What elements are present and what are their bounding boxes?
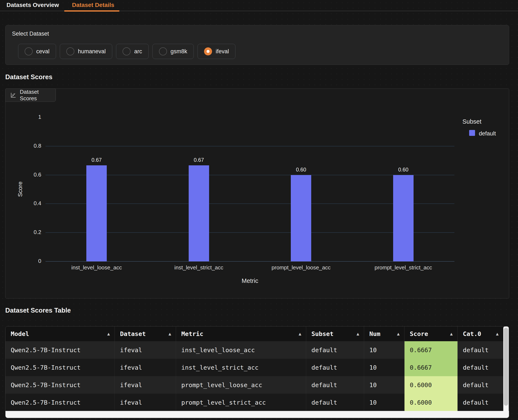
select-dataset-label: Select Dataset [12, 30, 49, 37]
dataset-radio-label: ifeval [216, 48, 229, 55]
cell-text: Qwen2.5-7B-Instruct [6, 376, 115, 394]
y-tick-label: 0.8 [16, 142, 41, 149]
cell-text: default [306, 376, 364, 394]
bar-value-label: 0.60 [382, 167, 424, 173]
cell-score: 0.6000 [405, 394, 458, 411]
dataset-radio-arc[interactable]: arc [116, 44, 149, 59]
cell-text: prompt_level_strict_acc [176, 394, 306, 411]
radio-selected-icon [204, 47, 212, 55]
column-header-label: Metric [181, 330, 203, 338]
table-header-row: Model▲Dataset▲Metric▲Subset▲Num▲Score▲Ca… [6, 326, 503, 341]
cell-score: 0.6667 [405, 341, 458, 359]
cell-text: default [458, 341, 503, 359]
dataset-scores-heading: Dataset Scores [5, 73, 52, 81]
sort-asc-icon[interactable]: ▲ [169, 331, 171, 336]
sort-asc-icon[interactable]: ▲ [299, 331, 301, 336]
cell-text: default [458, 394, 503, 411]
legend-swatch-default[interactable] [469, 130, 475, 136]
sort-asc-icon[interactable]: ▲ [496, 331, 499, 336]
dataset-scores-chart-panel: Dataset Scores 00.20.40.60.81Score0.67in… [5, 89, 509, 299]
top-tab-bar: Datasets Overview Dataset Details [0, 0, 518, 11]
y-tick-label: 1 [16, 114, 41, 120]
vertical-scrollbar[interactable] [503, 326, 509, 411]
bar-value-label: 0.67 [178, 157, 220, 163]
x-tick-label: inst_level_strict_acc [146, 264, 252, 271]
active-tab-underline [64, 10, 119, 12]
y-tick-label: 0.6 [16, 172, 41, 178]
dataset-radio-gsm8k[interactable]: gsm8k [152, 44, 194, 59]
column-header-label: Score [410, 330, 428, 338]
sort-asc-icon[interactable]: ▲ [397, 331, 400, 336]
chart-tab-label: Dataset Scores [20, 89, 56, 102]
tab-dataset-details[interactable]: Dataset Details [72, 2, 114, 8]
column-header-label: Num [369, 330, 380, 338]
chart-tab-dataset-scores[interactable]: Dataset Scores [5, 89, 56, 102]
dataset-details-page: Datasets Overview Dataset Details Select… [0, 0, 518, 420]
column-header-label: Cat.0 [463, 330, 481, 338]
cell-text: default [306, 341, 364, 359]
horizontal-scrollbar[interactable] [6, 411, 509, 418]
y-tick-label: 0.2 [16, 229, 41, 235]
radio-unselected-icon [159, 47, 167, 55]
column-header-score[interactable]: Score▲ [405, 326, 458, 341]
sort-asc-icon[interactable]: ▲ [450, 331, 453, 336]
vertical-scrollbar-thumb[interactable] [504, 328, 508, 406]
radio-unselected-icon [66, 47, 74, 55]
dataset-scores-table: Model▲Dataset▲Metric▲Subset▲Num▲Score▲Ca… [5, 326, 509, 418]
cell-text: Qwen2.5-7B-Instruct [6, 341, 115, 359]
gridline [45, 146, 454, 146]
dataset-radio-humaneval[interactable]: humaneval [60, 44, 112, 59]
column-header-label: Subset [311, 330, 333, 338]
cell-text: prompt_level_loose_acc [176, 376, 306, 394]
cell-text: ifeval [115, 341, 176, 359]
dataset-radio-ceval[interactable]: ceval [18, 44, 56, 59]
column-header-label: Model [11, 330, 29, 338]
column-header-metric[interactable]: Metric▲ [176, 326, 306, 341]
dataset-radio-ifeval[interactable]: ifeval [198, 44, 235, 59]
table-row: Qwen2.5-7B-Instructifevalprompt_level_lo… [6, 376, 503, 394]
cell-text: Qwen2.5-7B-Instruct [6, 394, 115, 411]
scatter-chart-icon [10, 92, 16, 98]
cell-text: ifeval [115, 359, 176, 376]
bar-inst_level_strict_acc [189, 165, 209, 261]
bar-value-label: 0.60 [280, 167, 322, 173]
column-header-subset[interactable]: Subset▲ [306, 326, 364, 341]
radio-unselected-icon [123, 47, 131, 55]
dataset-scores-table-heading: Dataset Scores Table [5, 307, 71, 314]
cell-text: default [306, 394, 364, 411]
x-tick-label: prompt_level_loose_acc [248, 264, 354, 271]
dataset-radio-label: arc [134, 48, 142, 55]
cell-text: inst_level_strict_acc [176, 359, 306, 376]
sort-asc-icon[interactable]: ▲ [107, 331, 110, 336]
sort-asc-icon[interactable]: ▲ [356, 331, 359, 336]
dataset-radio-label: ceval [36, 48, 50, 55]
select-dataset-panel: Select Dataset cevalhumanevalarcgsm8kife… [5, 25, 509, 65]
x-axis-title: Metric [45, 278, 454, 284]
cell-score: 0.6667 [405, 359, 458, 376]
cell-text: default [458, 359, 503, 376]
column-header-model[interactable]: Model▲ [6, 326, 115, 341]
cell-text: default [306, 359, 364, 376]
cell-text: 10 [364, 394, 405, 411]
cell-score: 0.6000 [405, 376, 458, 394]
tab-datasets-overview[interactable]: Datasets Overview [7, 2, 59, 8]
y-axis-title: Score [17, 179, 24, 200]
cell-text: 10 [364, 359, 405, 376]
column-header-num[interactable]: Num▲ [364, 326, 405, 341]
legend-title: Subset [462, 118, 481, 125]
cell-text: ifeval [115, 376, 176, 394]
column-header-cat-0[interactable]: Cat.0▲ [458, 326, 503, 341]
column-header-label: Dataset [120, 330, 146, 338]
table-row: Qwen2.5-7B-Instructifevalinst_level_stri… [6, 359, 503, 376]
table-row: Qwen2.5-7B-Instructifevalinst_level_loos… [6, 341, 503, 359]
bar-prompt_level_loose_acc [291, 175, 311, 261]
cell-text: 10 [364, 341, 405, 359]
bar-inst_level_loose_acc [86, 165, 107, 261]
y-tick-label: 0.4 [16, 200, 41, 207]
legend-item-label[interactable]: default [479, 130, 496, 137]
x-tick-label: prompt_level_strict_acc [351, 264, 456, 271]
bar-value-label: 0.67 [76, 157, 118, 163]
column-header-dataset[interactable]: Dataset▲ [115, 326, 176, 341]
y-tick-label: 0 [16, 258, 41, 264]
cell-text: inst_level_loose_acc [176, 341, 306, 359]
